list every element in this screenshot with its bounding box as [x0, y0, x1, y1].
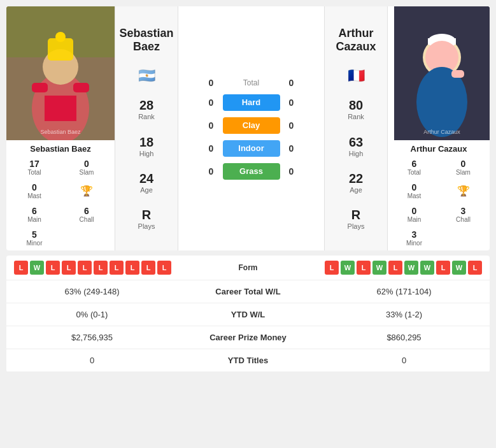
form-badge-w: W	[452, 261, 466, 275]
clay-left-score: 0	[205, 120, 218, 131]
left-chall-label: Chall	[62, 216, 111, 223]
right-trophy-icon: 🏆	[457, 185, 470, 197]
right-slam-label: Slam	[441, 169, 486, 176]
form-badge-l: L	[94, 261, 108, 275]
left-slam-label: Slam	[62, 169, 111, 176]
left-main-value: 6	[10, 206, 59, 216]
form-badge-l: L	[125, 261, 139, 275]
prize-label: Career Prize Money	[170, 333, 326, 342]
career-wl-label: Career Total W/L	[170, 287, 326, 296]
form-label: Form	[229, 263, 267, 272]
grass-left-score: 0	[205, 166, 218, 177]
form-badge-l: L	[110, 261, 124, 275]
left-prize: $2,756,935	[14, 333, 170, 342]
left-form-badges: LWLLLLLLLL	[14, 261, 224, 275]
right-ytd-wl: 33% (1-2)	[326, 310, 482, 319]
left-rank-label: Rank	[138, 113, 155, 120]
left-mast-label: Mast	[10, 192, 59, 199]
right-chall-value: 3	[441, 206, 486, 216]
indoor-left-score: 0	[205, 143, 218, 154]
hard-badge: Hard	[223, 94, 280, 111]
hard-left-score: 0	[205, 98, 218, 108]
right-high-value: 63	[349, 135, 364, 150]
ytd-titles-row: 0 YTD Titles 0	[6, 349, 490, 372]
right-player-name-below: Arthur Cazaux	[388, 140, 490, 155]
right-career-wl: 62% (171-104)	[326, 287, 482, 296]
right-plays-value: R	[348, 208, 365, 222]
right-form-badges: LWLWLWWLWL	[273, 261, 483, 275]
svg-text:Sebastian Baez: Sebastian Baez	[40, 129, 81, 135]
right-plays-label: Plays	[348, 222, 365, 230]
left-main-label: Main	[10, 216, 59, 223]
form-row: LWLLLLLLLL Form LWLWLWWLWL	[6, 256, 490, 280]
left-trophy-icon: 🏆	[80, 185, 93, 197]
hard-right-score: 0	[285, 98, 298, 108]
career-wl-row: 63% (249-148) Career Total W/L 62% (171-…	[6, 280, 490, 303]
form-badge-l: L	[468, 261, 482, 275]
right-mast-value: 0	[392, 182, 437, 192]
right-rank-value: 80	[348, 98, 364, 113]
clay-badge: Clay	[223, 117, 280, 134]
right-total-value: 6	[392, 159, 437, 169]
form-badge-l: L	[436, 261, 450, 275]
form-badge-l: L	[78, 261, 92, 275]
form-badge-w: W	[341, 261, 355, 275]
form-badge-w: W	[30, 261, 44, 275]
left-plays-label: Plays	[138, 222, 155, 230]
right-minor-label: Minor	[392, 240, 437, 247]
right-flag: 🇫🇷	[348, 68, 365, 84]
form-badge-l: L	[62, 261, 76, 275]
left-player-name-below: Sebastian Baez	[6, 140, 115, 155]
svg-point-5	[55, 32, 66, 42]
left-chall-value: 6	[62, 206, 111, 216]
left-minor-value: 5	[10, 229, 59, 240]
right-rank-label: Rank	[348, 113, 364, 120]
right-age-label: Age	[349, 186, 363, 194]
right-ytd-titles: 0	[326, 356, 482, 365]
right-slam-value: 0	[441, 159, 486, 169]
form-badge-l: L	[388, 261, 402, 275]
indoor-badge: Indoor	[223, 140, 280, 157]
svg-rect-17	[451, 70, 464, 78]
clay-right-score: 0	[285, 120, 298, 131]
form-badge-l: L	[325, 261, 339, 275]
svg-rect-6	[45, 96, 76, 121]
left-slam-value: 0	[62, 159, 111, 169]
total-right-score: 0	[285, 78, 298, 88]
left-ytd-titles: 0	[14, 356, 170, 365]
form-badge-l: L	[14, 261, 28, 275]
form-badge-l: L	[46, 261, 60, 275]
left-total-value: 17	[10, 159, 59, 169]
ytd-wl-label: YTD W/L	[170, 310, 326, 319]
total-label: Total	[223, 78, 280, 87]
right-minor-value: 3	[392, 229, 437, 240]
grass-badge: Grass	[223, 163, 280, 180]
right-age-value: 22	[349, 171, 363, 186]
indoor-right-score: 0	[285, 143, 298, 154]
right-main-label: Main	[392, 216, 437, 223]
prize-row: $2,756,935 Career Prize Money $860,295	[6, 326, 490, 349]
form-badge-w: W	[404, 261, 418, 275]
svg-rect-8	[73, 83, 89, 92]
left-high-label: High	[139, 150, 154, 157]
left-plays-value: R	[138, 208, 155, 222]
right-high-label: High	[349, 150, 364, 157]
form-badge-w: W	[372, 261, 386, 275]
svg-text:Arthur Cazaux: Arthur Cazaux	[423, 129, 460, 135]
right-chall-label: Chall	[441, 216, 486, 223]
form-badge-l: L	[141, 261, 155, 275]
form-badge-l: L	[357, 261, 371, 275]
left-total-label: Total	[10, 169, 59, 176]
left-player-name-header: SebastianBaez	[119, 27, 173, 54]
left-ytd-wl: 0% (0-1)	[14, 310, 170, 319]
right-main-value: 0	[392, 206, 437, 216]
left-rank-value: 28	[138, 98, 155, 113]
svg-rect-7	[32, 83, 48, 92]
form-badge-l: L	[157, 261, 171, 275]
left-flag: 🇦🇷	[138, 68, 155, 84]
ytd-wl-row: 0% (0-1) YTD W/L 33% (1-2)	[6, 303, 490, 326]
left-age-label: Age	[139, 186, 153, 194]
grass-right-score: 0	[285, 166, 298, 177]
right-mast-label: Mast	[392, 192, 437, 199]
left-high-value: 18	[139, 135, 154, 150]
